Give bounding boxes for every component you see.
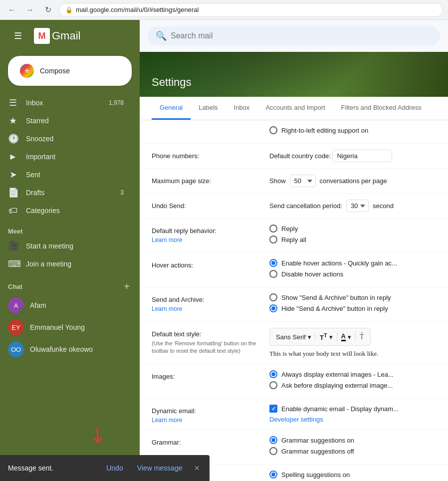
grammar-off-text: Grammar suggestions off xyxy=(281,448,354,455)
nav-categories[interactable]: 🏷 Categories xyxy=(0,202,132,220)
settings-row-dynamic: Dynamic email: Learn more Enable dynamic… xyxy=(140,399,448,430)
always-display-radio[interactable] xyxy=(269,370,277,378)
font-family-dropdown[interactable]: Sans Serif ▾ xyxy=(276,333,316,341)
archive-learn-more[interactable]: Learn more xyxy=(152,305,261,312)
phone-label: Phone numbers: xyxy=(152,152,199,160)
show-archive-radio[interactable] xyxy=(269,293,277,301)
reply-control-col: Reply Reply all xyxy=(269,225,436,246)
grammar-on-option[interactable]: Grammar suggestions on xyxy=(269,436,436,444)
nav-snoozed[interactable]: 🕐 Snoozed xyxy=(0,130,132,148)
country-code-input[interactable] xyxy=(332,150,392,162)
address-bar[interactable]: 🔒 mail.google.com/mail/u/0/#settings/gen… xyxy=(59,3,443,17)
reply-radio[interactable] xyxy=(269,225,277,233)
reload-button[interactable]: ↻ xyxy=(41,3,55,17)
view-message-button[interactable]: View message xyxy=(133,462,187,474)
enable-hover-radio[interactable] xyxy=(269,259,277,267)
reply-all-radio[interactable] xyxy=(269,236,277,243)
search-input[interactable] xyxy=(171,31,432,40)
compose-button[interactable]: + Compose xyxy=(8,56,132,86)
back-button[interactable]: ← xyxy=(5,3,19,17)
grammar-off-radio[interactable] xyxy=(269,447,277,455)
enable-dynamic-option[interactable]: Enable dynamic email - Display dynam... xyxy=(269,405,436,413)
settings-title-bar: Settings xyxy=(140,52,448,97)
undo-button[interactable]: Undo xyxy=(102,462,127,474)
compose-plus-icon: + xyxy=(20,64,34,78)
nav-inbox[interactable]: ☰ Inbox 1,978 xyxy=(0,94,132,112)
chat-contact-oluwafunke[interactable]: OO Oluwafunke okeowo xyxy=(0,338,140,360)
font-color-dropdown[interactable]: A ▾ xyxy=(341,332,356,341)
online-indicator xyxy=(19,308,23,312)
search-box[interactable]: 🔍 xyxy=(148,26,440,45)
reply-option[interactable]: Reply xyxy=(269,225,436,233)
rtl-radio-option[interactable]: Right-to-left editing support on xyxy=(269,126,436,134)
font-size-chevron: ▾ xyxy=(329,333,333,341)
forward-button[interactable]: → xyxy=(23,3,37,17)
enable-dynamic-checkbox[interactable] xyxy=(269,405,277,413)
start-meeting-button[interactable]: 🎥 Start a meeting xyxy=(0,237,132,255)
reply-all-option[interactable]: Reply all xyxy=(269,236,436,243)
show-archive-text: Show "Send & Archive" button in reply xyxy=(281,294,391,301)
settings-row-hover: Hover actions: Enable hover actions - Qu… xyxy=(140,253,448,287)
video-icon: 🎥 xyxy=(8,240,18,251)
drafts-icon: 📄 xyxy=(8,187,18,198)
url-text: mail.google.com/mail/u/0/#settings/gener… xyxy=(76,6,199,13)
new-chat-button[interactable]: + xyxy=(122,281,132,292)
chat-contact-emmanuel[interactable]: EY Emmanuel Young xyxy=(0,316,140,338)
grammar-on-radio[interactable] xyxy=(269,436,277,444)
text-style-toolbar: Sans Serif ▾ TT ▾ A ▾ xyxy=(269,328,371,346)
grammar-off-option[interactable]: Grammar suggestions off xyxy=(269,447,436,455)
enable-hover-option[interactable]: Enable hover actions - Quickly gain ac..… xyxy=(269,259,436,267)
toast-close-button[interactable]: × xyxy=(192,461,202,476)
hide-archive-radio[interactable] xyxy=(269,304,277,312)
categories-icon: 🏷 xyxy=(8,206,18,216)
nav-starred[interactable]: ★ Starred xyxy=(0,112,132,130)
disable-hover-option[interactable]: Disable hover actions xyxy=(269,270,436,278)
spelling-on-option[interactable]: Spelling suggestions on xyxy=(269,471,436,479)
toast-message: Message sent. xyxy=(8,464,96,472)
join-meeting-button[interactable]: ⌨ Join a meeting xyxy=(0,255,132,273)
tab-labels[interactable]: Labels xyxy=(191,97,225,120)
clear-formatting-btn[interactable]: T̄ xyxy=(360,333,364,341)
hide-archive-text: Hide "Send & Archive" button in reply xyxy=(281,305,388,312)
tab-accounts[interactable]: Accounts and Import xyxy=(257,97,333,120)
ask-display-option[interactable]: Ask before displaying external image... xyxy=(269,381,436,389)
nav-sent[interactable]: ➤ Sent xyxy=(0,166,132,184)
settings-title-text: Settings xyxy=(152,76,192,89)
spelling-on-radio[interactable] xyxy=(269,471,277,479)
page-size-select[interactable]: 50 100 xyxy=(290,175,316,187)
tab-general[interactable]: General xyxy=(152,97,191,120)
tab-inbox[interactable]: Inbox xyxy=(226,97,258,120)
sidebar: ☰ M Gmail + Compose ☰ Inbox 1,978 ★ xyxy=(0,20,140,481)
undo-period-select[interactable]: 30 5 10 20 xyxy=(346,200,369,212)
textstyle-label: Default text style: xyxy=(152,330,202,338)
phone-prefix-text: Default country code: xyxy=(269,152,332,160)
top-header: 🔍 xyxy=(140,20,448,52)
dynamic-learn-more[interactable]: Learn more xyxy=(152,417,261,424)
starred-icon: ★ xyxy=(8,115,18,126)
chat-contact-afam[interactable]: A Afam xyxy=(0,294,140,316)
tab-filters[interactable]: Filters and Blocked Address xyxy=(333,97,430,120)
nav-important[interactable]: ► Important xyxy=(0,148,132,166)
gmail-header: ☰ M Gmail xyxy=(0,20,140,52)
hide-archive-option[interactable]: Hide "Send & Archive" button in reply xyxy=(269,304,436,312)
font-family-label: Sans Serif xyxy=(276,333,306,341)
sent-label: Sent xyxy=(26,171,124,179)
always-display-option[interactable]: Always display external images - Lea... xyxy=(269,370,436,378)
disable-hover-radio[interactable] xyxy=(269,270,277,278)
show-archive-option[interactable]: Show "Send & Archive" button in reply xyxy=(269,293,436,301)
start-meeting-label: Start a meeting xyxy=(26,242,124,250)
inbox-label: Inbox xyxy=(26,99,101,107)
archive-control-col: Show "Send & Archive" button in reply Hi… xyxy=(269,293,436,315)
rtl-radio[interactable] xyxy=(269,126,277,134)
menu-button[interactable]: ☰ xyxy=(8,26,28,46)
phone-label-col: Phone numbers: xyxy=(152,150,261,160)
rtl-text: Right-to-left editing support on xyxy=(281,127,368,134)
hover-control-col: Enable hover actions - Quickly gain ac..… xyxy=(269,259,436,281)
nav-drafts[interactable]: 📄 Drafts 3 xyxy=(0,184,132,202)
hover-label-col: Hover actions: xyxy=(152,259,261,269)
font-size-dropdown[interactable]: TT ▾ xyxy=(320,332,337,341)
reply-learn-more[interactable]: Learn more xyxy=(152,237,261,243)
browser-chrome: ← → ↻ 🔒 mail.google.com/mail/u/0/#settin… xyxy=(0,0,448,20)
ask-display-radio[interactable] xyxy=(269,381,277,389)
developer-settings-link[interactable]: Developer settings xyxy=(269,416,436,423)
